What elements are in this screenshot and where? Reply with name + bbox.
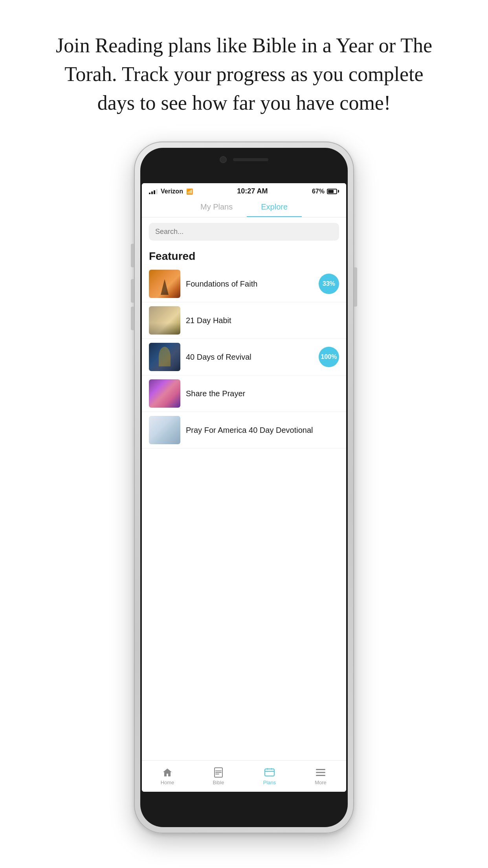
plan-thumbnail-40-days-of-revival [149, 343, 180, 371]
battery-fill [328, 190, 334, 193]
phone-inner-bezel: Verizon 📶 10:27 AM 67% [140, 148, 348, 827]
featured-label: Featured [142, 246, 346, 266]
phone-speaker [233, 158, 268, 161]
bottom-nav: Home Bible [142, 760, 346, 792]
signal-bar-4 [156, 189, 158, 194]
plan-thumbnail-share-the-prayer [149, 379, 180, 408]
plans-icon [264, 767, 275, 778]
page-description: Join Reading plans like Bible in a Year … [0, 0, 488, 133]
plan-thumbnail-pray-for-america [149, 416, 180, 444]
progress-badge-foundations-of-faith: 33% [319, 274, 339, 294]
tab-explore[interactable]: Explore [247, 198, 302, 217]
plan-list: Foundations of Faith 33% 21 Day Habit 40… [142, 266, 346, 449]
plan-item-pray-for-america[interactable]: Pray For America 40 Day Devotional [142, 412, 346, 449]
battery-body [327, 189, 337, 194]
nav-label-home: Home [161, 780, 174, 785]
plan-name-pray-for-america: Pray For America 40 Day Devotional [186, 426, 339, 435]
phone-screen: Verizon 📶 10:27 AM 67% [142, 183, 346, 792]
nav-label-bible: Bible [213, 780, 224, 785]
carrier-label: Verizon [161, 188, 183, 195]
battery-icon [327, 189, 339, 194]
status-right: 67% [312, 188, 339, 195]
svg-rect-6 [271, 768, 272, 770]
signal-bar-3 [154, 190, 155, 194]
svg-rect-5 [267, 768, 268, 770]
svg-rect-1 [215, 771, 222, 771]
plan-thumbnail-foundations-of-faith [149, 270, 180, 298]
tab-my-plans[interactable]: My Plans [186, 198, 247, 217]
search-input[interactable] [149, 223, 339, 241]
svg-rect-3 [215, 774, 219, 774]
plan-name-share-the-prayer: Share the Prayer [186, 389, 339, 398]
signal-bars [149, 189, 158, 194]
phone-device: Verizon 📶 10:27 AM 67% [134, 142, 354, 833]
nav-label-more: More [315, 780, 327, 785]
top-tabs: My Plans Explore [142, 198, 346, 217]
wifi-icon: 📶 [186, 188, 193, 195]
plan-item-21-day-habit[interactable]: 21 Day Habit [142, 302, 346, 339]
plan-thumbnail-21-day-habit [149, 306, 180, 335]
nav-item-home[interactable]: Home [142, 767, 193, 785]
svg-rect-4 [265, 769, 274, 776]
signal-bar-1 [149, 193, 150, 194]
nav-item-more[interactable]: More [295, 767, 346, 785]
front-camera [220, 156, 227, 163]
nav-item-plans[interactable]: Plans [244, 767, 295, 785]
nav-item-bible[interactable]: Bible [193, 767, 244, 785]
svg-rect-8 [316, 769, 325, 770]
plan-item-foundations-of-faith[interactable]: Foundations of Faith 33% [142, 266, 346, 302]
search-container [142, 217, 346, 246]
bible-icon [213, 767, 224, 778]
home-icon [162, 767, 173, 778]
scroll-content[interactable]: Verizon 📶 10:27 AM 67% [142, 183, 346, 760]
plan-item-share-the-prayer[interactable]: Share the Prayer [142, 375, 346, 412]
more-icon [315, 767, 326, 778]
battery-percent: 67% [312, 188, 325, 195]
signal-bar-2 [151, 191, 153, 194]
svg-rect-2 [215, 772, 222, 773]
status-bar: Verizon 📶 10:27 AM 67% [142, 183, 346, 198]
plan-item-40-days-of-revival[interactable]: 40 Days of Revival 100% [142, 339, 346, 375]
plan-name-foundations-of-faith: Foundations of Faith [186, 280, 313, 289]
phone-top-bar [205, 153, 283, 167]
progress-badge-40-days-of-revival: 100% [319, 347, 339, 367]
battery-tip [338, 190, 339, 193]
status-time: 10:27 AM [237, 187, 268, 195]
plan-name-21-day-habit: 21 Day Habit [186, 316, 339, 325]
svg-rect-9 [316, 772, 325, 773]
nav-label-plans: Plans [263, 780, 276, 785]
plan-name-40-days-of-revival: 40 Days of Revival [186, 353, 313, 362]
svg-rect-10 [316, 775, 325, 776]
status-left: Verizon 📶 [149, 188, 193, 195]
